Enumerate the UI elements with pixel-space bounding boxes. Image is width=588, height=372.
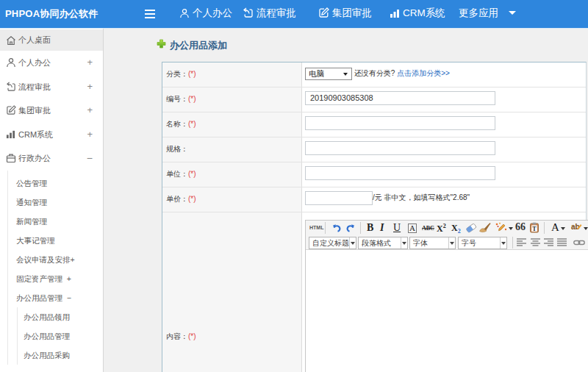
svg-text:T: T: [532, 226, 537, 232]
